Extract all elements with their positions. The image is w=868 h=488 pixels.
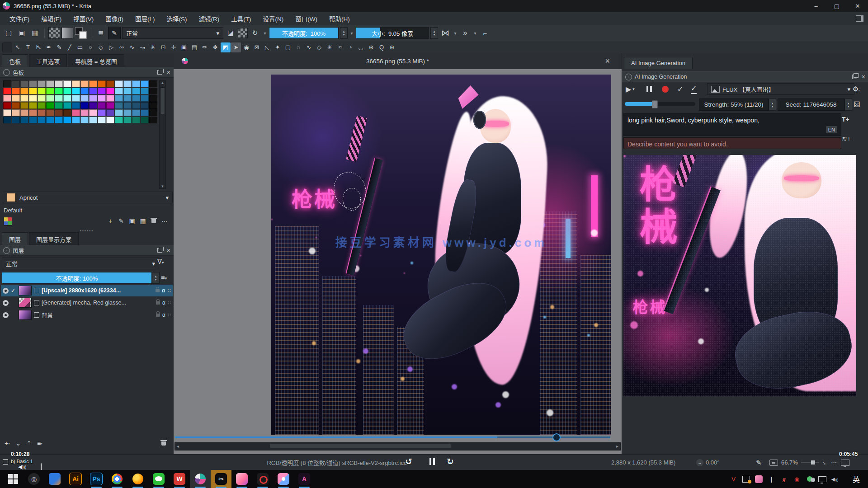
zoom-slider[interactable] <box>801 455 819 470</box>
polygonal-select-tool[interactable]: ◇ <box>314 42 324 52</box>
scroll-right-icon[interactable]: ▸ <box>616 444 618 449</box>
chevron-down-icon[interactable]: ▾ <box>262 27 268 39</box>
taskbar-app-chrome[interactable] <box>107 470 127 488</box>
layer-blend-mode-select[interactable]: 正常 ▾ <box>2 258 159 269</box>
pan-tool[interactable]: ⊕ <box>387 42 397 52</box>
palette-swatch-23[interactable] <box>46 88 54 94</box>
palette-select[interactable]: Apricot ▾ <box>3 192 173 203</box>
more-options-icon[interactable]: ⋯ <box>831 455 837 470</box>
palette-swatch-7[interactable] <box>63 80 71 87</box>
float-docker-icon[interactable] <box>157 248 162 253</box>
magnetic-select-tool[interactable]: ◡ <box>356 42 366 52</box>
taskbar-app-obs[interactable]: ◎ <box>24 470 44 488</box>
taskbar-app-wps[interactable]: W <box>169 470 190 488</box>
layer-opacity-spinner[interactable]: ▴▾ <box>152 272 160 284</box>
line-tool[interactable]: ╱ <box>65 42 75 52</box>
alpha-lock-icon[interactable]: α <box>162 312 165 318</box>
strength-slider[interactable] <box>625 102 695 106</box>
palette-swatch-37[interactable] <box>12 95 20 102</box>
palette-swatch-81[interactable] <box>80 109 89 116</box>
docker-tab-0[interactable]: 色板 <box>2 54 28 68</box>
alpha-lock-icon[interactable]: α <box>162 300 165 306</box>
new-document-icon[interactable]: ▢ <box>3 27 14 39</box>
select-shapes-tool[interactable]: ↖ <box>13 42 23 52</box>
ai-region-tool[interactable]: ◩ <box>221 42 231 52</box>
rectangle-tool[interactable]: ▭ <box>75 42 85 52</box>
palette-swatch-36[interactable] <box>3 95 11 102</box>
menu-item-2[interactable]: 视图(V) <box>67 12 99 25</box>
measure-tool[interactable]: ◺ <box>262 42 272 52</box>
palette-swatch-65[interactable] <box>98 102 106 109</box>
taskbar-app-paint-app[interactable] <box>273 470 294 488</box>
dice-icon[interactable]: ⚄ <box>854 99 860 110</box>
palette-swatch-11[interactable] <box>98 80 106 87</box>
g-app-icon[interactable]: g <box>780 475 788 483</box>
assistant-pin-tool[interactable]: ✦ <box>273 42 283 52</box>
edit-swatch-icon[interactable]: ✎ <box>116 216 127 226</box>
palette-swatch-102[interactable] <box>106 117 114 123</box>
palette-swatch-104[interactable] <box>123 117 132 123</box>
palette-swatch-31[interactable] <box>115 88 123 94</box>
palette-swatch-59[interactable] <box>46 102 54 109</box>
scroll-down-icon[interactable]: ▼ <box>161 184 165 188</box>
palette-swatch-72[interactable] <box>3 109 11 116</box>
layer-opacity-slider[interactable]: 不透明度: 100% <box>2 272 152 284</box>
seed-spinner[interactable]: ▴▾ <box>844 99 852 111</box>
close-icon[interactable]: × <box>862 74 865 80</box>
magic-wand-tool[interactable]: ✳ <box>325 42 335 52</box>
size-slider[interactable]: 大小: 9.05 像素 <box>356 27 429 39</box>
palette-swatch-57[interactable] <box>29 102 37 109</box>
close-icon[interactable]: × <box>167 247 170 253</box>
save-palette-icon[interactable]: ▣ <box>127 216 137 226</box>
speaker-icon[interactable]: ◀))) <box>18 464 26 470</box>
taskbar-app-windows-start[interactable] <box>3 470 24 488</box>
palette-swatch-32[interactable] <box>123 88 132 94</box>
menu-item-1[interactable]: 编辑(E) <box>35 12 67 25</box>
ai-preview-image[interactable]: 枪械枪械 <box>623 155 856 396</box>
text-add-icon[interactable]: T+ <box>842 113 849 125</box>
palette-swatch-16[interactable] <box>141 80 149 87</box>
rect-select-tool[interactable]: ▢ <box>283 42 293 52</box>
volume-icon[interactable]: ◀))) <box>830 475 839 483</box>
palette-swatch-33[interactable] <box>132 88 140 94</box>
generate-play-icon[interactable]: ▶▾ <box>626 83 635 95</box>
palette-swatch-84[interactable] <box>106 109 114 116</box>
palette-swatch-55[interactable] <box>12 102 20 109</box>
palette-swatch-30[interactable] <box>106 88 114 94</box>
reload-preset-icon[interactable]: ↻ <box>249 27 261 39</box>
crop-tool[interactable]: ▣ <box>179 42 189 52</box>
menu-item-8[interactable]: 设置(N) <box>257 12 290 25</box>
fit-canvas-icon[interactable]: ↔ <box>822 455 828 470</box>
palette-swatch-54[interactable] <box>3 102 11 109</box>
palette-swatch-87[interactable] <box>132 109 140 116</box>
palette-swatch-77[interactable] <box>46 109 54 116</box>
palette-swatch-49[interactable] <box>115 95 123 102</box>
docker-lock-icon[interactable]: ◦ <box>3 247 10 254</box>
mirror-horizontal-icon[interactable]: ⋈ <box>439 27 451 39</box>
float-docker-icon[interactable] <box>852 75 857 79</box>
palette-swatch-94[interactable] <box>38 117 46 123</box>
maximize-button[interactable]: ▢ <box>826 0 847 12</box>
save-icon[interactable]: ▦ <box>29 27 41 39</box>
palette-swatch-21[interactable] <box>29 88 37 94</box>
taskbar-app-wechat[interactable] <box>148 470 169 488</box>
palette-swatch-13[interactable] <box>115 80 123 87</box>
palette-swatch-9[interactable] <box>80 80 89 87</box>
close-button[interactable]: ✕ <box>847 0 868 12</box>
palette-swatch-17[interactable] <box>149 80 157 87</box>
fg-bg-colors[interactable] <box>75 27 87 39</box>
taskbar-app-firefox[interactable] <box>127 470 148 488</box>
pattern-edit-tool[interactable]: ❖ <box>210 42 220 52</box>
tab-ai-image-generation[interactable]: AI Image Generation <box>624 57 693 69</box>
palette-swatch-29[interactable] <box>98 88 106 94</box>
palette-swatch-2[interactable] <box>20 80 28 87</box>
docker-tab-0[interactable]: 图层 <box>2 232 28 246</box>
gradient-tool[interactable]: ▤ <box>189 42 199 52</box>
palette-swatch-15[interactable] <box>132 80 140 87</box>
palette-swatch-101[interactable] <box>98 117 106 123</box>
canvas-image[interactable]: 枪械接豆学习素材网 www.jyd.com <box>271 75 611 435</box>
prompt-input[interactable]: long pink hair,Sword, cyberpunk style, w… <box>623 113 841 136</box>
palette-swatch-50[interactable] <box>123 95 132 102</box>
palette-swatch-103[interactable] <box>115 117 123 123</box>
palette-swatch-60[interactable] <box>55 102 63 109</box>
